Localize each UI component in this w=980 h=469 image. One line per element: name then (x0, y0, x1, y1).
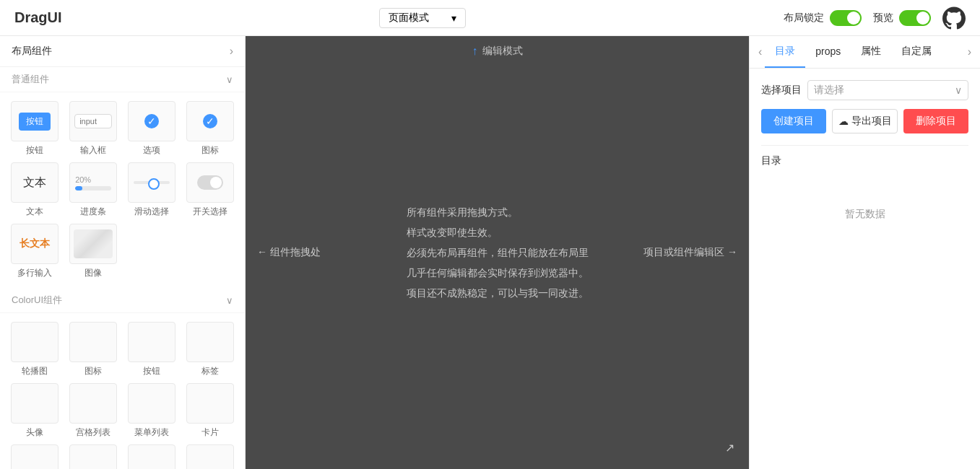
tab-custom[interactable]: 自定属 (891, 36, 942, 68)
sidebar-title: 布局组件 (12, 45, 52, 58)
cu-icon-preview (69, 322, 117, 362)
tab-catalog[interactable]: 目录 (765, 36, 805, 68)
catalog-section-label: 目录 (761, 154, 968, 167)
canvas-line-4: 几乎任何编辑都会实时保存到浏览器中。 (407, 263, 589, 283)
icon-preview-icon: ✓ (203, 114, 217, 128)
right-sidebar-body: 选择项目 请选择 ∨ 创建项目 ☁ 导出项目 删除项目 目录 暂无数据 (750, 69, 980, 261)
cu-menu-preview (128, 383, 175, 424)
right-sidebar-tabs: ‹ 目录 props 属性 自定属 › (750, 36, 980, 69)
export-project-button[interactable]: ☁ 导出项目 (832, 109, 898, 133)
empty-state: 暂无数据 (761, 179, 968, 250)
colorui-steps[interactable]: 步聚条 (67, 444, 120, 469)
cu-navbar-preview (186, 444, 234, 469)
checkbox-label: 选项 (143, 144, 160, 157)
toggle-preview (186, 162, 234, 203)
cu-icon-label: 图标 (84, 365, 102, 377)
colorui-carousel[interactable]: 轮播图 (9, 322, 61, 377)
component-button[interactable]: 按钮 按钮 (9, 101, 61, 157)
component-image[interactable]: 图像 (67, 224, 120, 279)
create-project-button[interactable]: 创建项目 (761, 109, 826, 133)
cu-progress-preview (128, 444, 175, 469)
component-icon[interactable]: ✓ 图标 (183, 101, 236, 157)
cu-button-label: 按钮 (143, 365, 160, 377)
colorui-tag[interactable]: 标签 (183, 322, 236, 377)
colorui-avatar[interactable]: 头像 (9, 383, 61, 439)
preview-toggle-group: 预览 (873, 10, 931, 26)
cu-card-label: 卡片 (201, 426, 219, 439)
colorui-grid: 轮播图 图标 按钮 标签 头像 (0, 313, 245, 469)
colorui-timeline[interactable]: 时间线 (9, 444, 61, 469)
colorui-progress[interactable]: 进度条 (126, 444, 178, 469)
longtext-label: 多行输入 (17, 267, 52, 279)
component-checkbox[interactable]: ✓ 选项 (126, 101, 178, 157)
delete-project-button[interactable]: 删除项目 (903, 109, 968, 133)
cu-avatar-label: 头像 (26, 426, 43, 439)
select-project-dropdown[interactable]: 请选择 ∨ (807, 80, 968, 100)
slider-preview-track (134, 181, 170, 184)
colorui-navbar[interactable]: 导航栏 (183, 444, 236, 469)
colorui-icon[interactable]: 图标 (67, 322, 120, 377)
checkbox-preview-icon: ✓ (144, 114, 159, 128)
page-mode-select[interactable]: 页面模式 ▾ (379, 8, 466, 28)
text-label: 文本 (26, 206, 43, 218)
tabs-prev-arrow[interactable]: ‹ (755, 40, 765, 64)
button-preview: 按钮 (11, 101, 58, 141)
colorui-grid-list[interactable]: 宫格列表 (67, 383, 120, 439)
colorui-button[interactable]: 按钮 (126, 322, 178, 377)
component-text[interactable]: 文本 文本 (9, 162, 61, 218)
colorui-menu[interactable]: 菜单列表 (126, 383, 178, 439)
lock-toggle[interactable] (830, 10, 862, 26)
cu-tag-preview (186, 322, 234, 362)
page-mode-label: 页面模式 (389, 12, 429, 25)
canvas-center-content: 所有组件采用拖拽方式。 样式改变即使生效。 必须先布局再组件，组件只能放在布局里… (407, 202, 589, 303)
image-preview (69, 224, 117, 264)
normal-section-header[interactable]: 普通组件 ∨ (0, 67, 245, 92)
carousel-label: 轮播图 (22, 365, 48, 377)
select-placeholder: 请选择 (814, 84, 844, 97)
input-label: 输入框 (80, 144, 106, 157)
canvas-left-label: ← 组件拖拽处 (257, 246, 321, 259)
checkbox-preview: ✓ (128, 101, 175, 141)
export-label: 导出项目 (851, 115, 892, 128)
toggle-preview-switch (197, 175, 223, 190)
component-input[interactable]: 输入框 (67, 101, 120, 157)
colorui-section-label: ColorUI组件 (12, 294, 62, 307)
colorui-card[interactable]: 卡片 (183, 383, 236, 439)
github-icon[interactable] (942, 6, 966, 30)
canvas-line-2: 样式改变即使生效。 (407, 222, 589, 242)
header: DragUI 页面模式 ▾ 布局锁定 预览 (0, 0, 980, 36)
button-preview-btn: 按钮 (19, 113, 51, 131)
progress-preview-wrap: 20% (75, 175, 111, 190)
preview-toggle[interactable] (899, 10, 931, 26)
sidebar-expand-icon[interactable]: › (230, 45, 233, 58)
lock-toggle-group: 布局锁定 (784, 10, 862, 26)
button-label: 按钮 (26, 144, 43, 157)
slider-preview (128, 162, 175, 203)
canvas-line-3: 必须先布局再组件，组件只能放在布局里 (407, 242, 589, 263)
colorui-components-section: ColorUI组件 ∨ 轮播图 图标 按钮 标签 (0, 288, 245, 469)
canvas-right-label: 项目或组件编辑区 → (643, 246, 737, 259)
longtext-preview-content: 长文本 (19, 237, 50, 250)
text-preview: 文本 (11, 162, 58, 203)
header-center: 页面模式 ▾ (379, 8, 466, 28)
lock-label: 布局锁定 (784, 12, 824, 25)
colorui-section-header[interactable]: ColorUI组件 ∨ (0, 288, 245, 313)
normal-section-collapse: ∨ (226, 74, 233, 85)
component-longtext[interactable]: 长文本 多行输入 (9, 224, 61, 279)
cu-menu-label: 菜单列表 (134, 426, 169, 439)
tab-props[interactable]: props (805, 37, 851, 67)
component-toggle[interactable]: 开关选择 (183, 162, 236, 218)
image-preview-thumb (74, 229, 113, 258)
left-sidebar: 布局组件 › 普通组件 ∨ 按钮 按钮 (0, 36, 246, 469)
tabs-next-arrow[interactable]: › (965, 40, 974, 64)
section-divider (761, 145, 968, 146)
image-label: 图像 (84, 267, 102, 279)
component-progress[interactable]: 20% 进度条 (67, 162, 120, 218)
tab-attributes[interactable]: 属性 (851, 36, 891, 68)
component-slider[interactable]: 滑动选择 (126, 162, 178, 218)
arrow-up-icon: ↑ (472, 45, 478, 58)
select-project-row: 选择项目 请选择 ∨ (761, 80, 968, 100)
normal-components-grid: 按钮 按钮 输入框 ✓ 选项 (0, 92, 245, 288)
colorui-section-collapse: ∨ (226, 295, 233, 306)
longtext-preview: 长文本 (11, 224, 58, 264)
